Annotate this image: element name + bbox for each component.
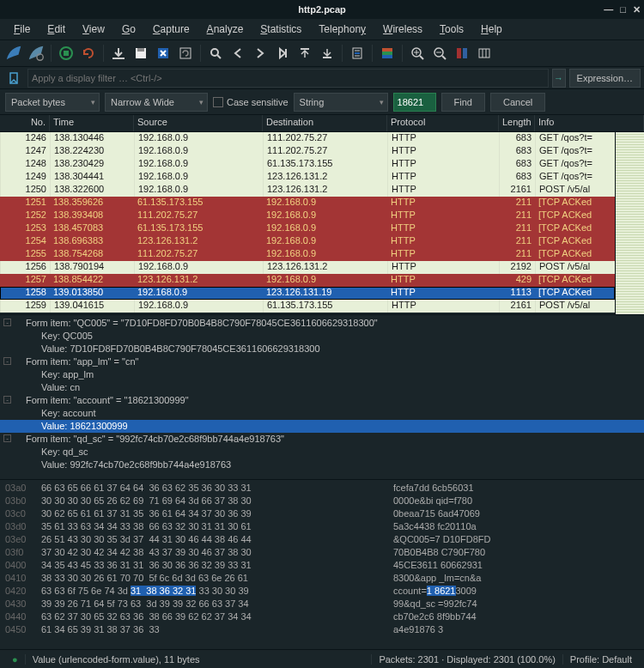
packet-row[interactable]: 1255138.754268111.202.75.27192.168.0.9HT… bbox=[0, 248, 615, 261]
hex-row[interactable]: 03e026 51 43 30 30 35 3d 37 44 31 30 46 … bbox=[5, 533, 639, 546]
save-file-icon[interactable] bbox=[131, 43, 151, 64]
packet-details-pane[interactable]: -Form item: "QC005" = "7D10FD8FD70B0B4B8… bbox=[0, 314, 644, 479]
packet-list[interactable]: 1246138.130446192.168.0.9111.202.75.27HT… bbox=[0, 132, 644, 314]
packet-row[interactable]: 1259139.041615192.168.0.961.135.173.155H… bbox=[0, 300, 615, 313]
capture-options-icon[interactable] bbox=[26, 43, 46, 64]
find-icon[interactable] bbox=[205, 43, 226, 64]
case-sensitive-checkbox[interactable]: Case sensitive bbox=[213, 97, 289, 107]
detail-line[interactable]: Value: 7D10FD8FD70B0B4B8C790F78045CE3611… bbox=[0, 343, 644, 355]
hex-row[interactable]: 03a066 63 65 66 61 37 64 64 36 63 62 35 … bbox=[5, 482, 639, 495]
detail-line[interactable]: -Form item: "account" = "18621300999" bbox=[0, 394, 644, 407]
menu-telephony[interactable]: Telephony bbox=[310, 20, 374, 39]
close-file-icon[interactable] bbox=[153, 43, 173, 64]
detail-line[interactable]: Key: app_lm bbox=[0, 368, 644, 381]
hex-row[interactable]: 042063 63 6f 75 6e 74 3d 31 38 36 32 31 … bbox=[5, 585, 639, 598]
packet-row[interactable]: 1258139.013850192.168.0.9123.126.131.19H… bbox=[0, 287, 615, 300]
packet-row[interactable]: 1250138.322600192.168.0.9123.126.131.2HT… bbox=[0, 184, 615, 197]
expand-icon[interactable]: - bbox=[3, 357, 11, 365]
expand-icon[interactable]: - bbox=[3, 319, 11, 326]
col-no[interactable]: No. bbox=[0, 115, 50, 131]
hex-row[interactable]: 03b030 30 30 30 65 26 62 69 71 69 64 3d … bbox=[5, 495, 639, 507]
col-source[interactable]: Source bbox=[134, 115, 263, 131]
open-file-icon[interactable] bbox=[108, 43, 129, 64]
go-last-icon[interactable] bbox=[317, 43, 337, 64]
packet-row[interactable]: 1253138.45708361.135.173.155192.168.0.9H… bbox=[0, 222, 615, 235]
zoom-in-icon[interactable] bbox=[407, 43, 428, 64]
packet-row[interactable]: 1249138.304441192.168.0.9123.126.131.2HT… bbox=[0, 171, 615, 184]
hex-row[interactable]: 043039 39 26 71 64 5f 73 63 3d 39 39 32 … bbox=[5, 598, 639, 610]
hex-row[interactable]: 044063 62 37 30 65 32 63 36 38 66 39 62 … bbox=[5, 610, 639, 623]
autoscroll-icon[interactable] bbox=[347, 43, 368, 64]
search-type-select[interactable]: String bbox=[294, 93, 388, 112]
col-destination[interactable]: Destination bbox=[263, 115, 387, 131]
menu-help[interactable]: Help bbox=[472, 20, 511, 39]
status-profile[interactable]: Profile: Default bbox=[563, 654, 639, 665]
detail-line[interactable]: Value: 992fc74cb70e2c68f9bb744a4e918763 bbox=[0, 458, 644, 471]
go-back-icon[interactable] bbox=[228, 43, 248, 64]
hex-row[interactable]: 041038 33 30 30 26 61 70 70 5f 6c 6d 3d … bbox=[5, 572, 639, 585]
display-filter-input-wrap[interactable] bbox=[27, 69, 549, 88]
go-first-icon[interactable] bbox=[295, 43, 315, 64]
expression-button[interactable]: Expression… bbox=[569, 69, 641, 88]
packet-bytes-pane[interactable]: 03a066 63 65 66 61 37 64 64 36 63 62 35 … bbox=[0, 479, 644, 649]
restart-icon[interactable] bbox=[78, 43, 99, 64]
maximize-button[interactable]: □ bbox=[620, 4, 626, 15]
packet-row[interactable]: 1254138.696383123.126.131.2192.168.0.9HT… bbox=[0, 235, 615, 248]
menu-file[interactable]: File bbox=[5, 20, 39, 39]
detail-line[interactable]: Key: account bbox=[0, 407, 644, 420]
zoom-reset-icon[interactable] bbox=[452, 43, 472, 64]
menu-statistics[interactable]: Statistics bbox=[252, 20, 310, 39]
detail-line[interactable]: Value: cn bbox=[0, 381, 644, 394]
packet-scrollbar-overview[interactable] bbox=[615, 132, 644, 314]
packet-row[interactable]: 1256138.790194192.168.0.9123.126.131.2HT… bbox=[0, 261, 615, 274]
detail-line[interactable]: Value: 18621300999 bbox=[0, 420, 644, 433]
packet-row[interactable]: 1246138.130446192.168.0.9111.202.75.27HT… bbox=[0, 132, 615, 145]
col-protocol[interactable]: Protocol bbox=[387, 115, 499, 131]
close-button[interactable]: ✕ bbox=[633, 4, 641, 15]
hex-row[interactable]: 040034 35 43 45 33 36 31 31 36 30 36 36 … bbox=[5, 559, 639, 572]
detail-line[interactable]: -Form item: "qd_sc" = "992fc74cb70e2c68f… bbox=[0, 433, 644, 446]
menu-wireless[interactable]: Wireless bbox=[374, 20, 431, 39]
detail-line[interactable]: -Form item: "QC005" = "7D10FD8FD70B0B4B8… bbox=[0, 317, 644, 330]
packet-row[interactable]: 1251138.35962661.135.173.155192.168.0.9H… bbox=[0, 197, 615, 210]
colorize-icon[interactable] bbox=[377, 43, 398, 64]
expand-icon[interactable]: - bbox=[3, 434, 11, 442]
detail-line[interactable]: -Form item: "app_lm" = "cn" bbox=[0, 355, 644, 368]
charset-select[interactable]: Narrow & Wide bbox=[105, 93, 208, 112]
expand-icon[interactable]: - bbox=[3, 396, 11, 404]
hex-row[interactable]: 03f037 30 42 30 42 34 42 38 43 37 39 30 … bbox=[5, 546, 639, 559]
hex-row[interactable]: 045061 34 65 39 31 38 37 36 33a4e91876 3 bbox=[5, 623, 639, 636]
menu-view[interactable]: View bbox=[74, 20, 113, 39]
menu-go[interactable]: Go bbox=[113, 20, 144, 39]
display-filter-input[interactable] bbox=[32, 73, 544, 83]
hex-row[interactable]: 03c030 62 65 61 61 37 31 35 36 61 64 34 … bbox=[5, 507, 639, 520]
search-in-select[interactable]: Packet bytes bbox=[5, 93, 100, 112]
bookmark-icon[interactable] bbox=[3, 68, 24, 88]
packet-row[interactable]: 1257138.854422123.126.131.2192.168.0.9HT… bbox=[0, 274, 615, 287]
reload-icon[interactable] bbox=[175, 43, 196, 64]
menu-analyze[interactable]: Analyze bbox=[198, 20, 252, 39]
go-forward-icon[interactable] bbox=[250, 43, 270, 64]
apply-filter-button[interactable]: → bbox=[552, 69, 566, 88]
shark-fin-icon[interactable] bbox=[3, 43, 24, 64]
packet-row[interactable]: 1252138.393408111.202.75.27192.168.0.9HT… bbox=[0, 210, 615, 222]
packet-row[interactable]: 1247138.224230192.168.0.9111.202.75.27HT… bbox=[0, 145, 615, 158]
zoom-out-icon[interactable] bbox=[429, 43, 450, 64]
col-length[interactable]: Length bbox=[499, 115, 535, 131]
hex-row[interactable]: 03d035 61 33 63 34 34 33 38 66 63 32 30 … bbox=[5, 520, 639, 533]
search-input[interactable] bbox=[393, 93, 436, 112]
stop-icon[interactable] bbox=[56, 43, 76, 64]
cancel-button[interactable]: Cancel bbox=[490, 93, 545, 112]
find-button[interactable]: Find bbox=[441, 93, 485, 112]
detail-line[interactable]: Key: QC005 bbox=[0, 330, 644, 343]
col-time[interactable]: Time bbox=[50, 115, 134, 131]
resize-columns-icon[interactable] bbox=[474, 43, 495, 64]
minimize-button[interactable]: — bbox=[604, 4, 613, 15]
packet-row[interactable]: 1248138.230429192.168.0.961.135.173.155H… bbox=[0, 158, 615, 171]
menu-edit[interactable]: Edit bbox=[39, 20, 74, 39]
detail-line[interactable]: Key: qd_sc bbox=[0, 446, 644, 458]
go-to-packet-icon[interactable] bbox=[272, 43, 293, 64]
menu-tools[interactable]: Tools bbox=[431, 20, 472, 39]
menu-capture[interactable]: Capture bbox=[144, 20, 198, 39]
col-info[interactable]: Info bbox=[535, 115, 644, 131]
